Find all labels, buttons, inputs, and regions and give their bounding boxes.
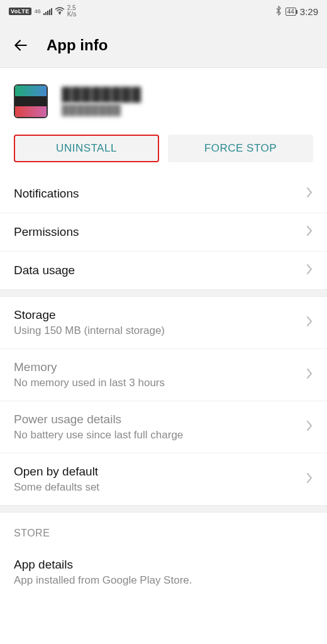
chevron-right-icon bbox=[306, 186, 313, 201]
row-permissions[interactable]: Permissions bbox=[0, 213, 327, 252]
chevron-right-icon bbox=[306, 419, 313, 435]
uninstall-button[interactable]: UNINSTALL bbox=[14, 135, 159, 162]
speed-label: 2.5K/s bbox=[67, 5, 76, 18]
app-bar: App info bbox=[0, 23, 327, 68]
datausage-label: Data usage bbox=[14, 264, 306, 277]
back-button[interactable] bbox=[11, 36, 30, 55]
storage-title: Storage bbox=[14, 308, 306, 322]
clock-label: 3:29 bbox=[300, 6, 318, 17]
row-power[interactable]: Power usage details No battery use since… bbox=[0, 401, 327, 453]
page-title: App info bbox=[47, 36, 108, 54]
chevron-right-icon bbox=[306, 263, 313, 278]
chevron-right-icon bbox=[306, 315, 313, 330]
bluetooth-icon bbox=[275, 6, 282, 18]
row-openbydefault[interactable]: Open by default Some defaults set bbox=[0, 453, 327, 505]
storage-sub: Using 150 MB (internal storage) bbox=[14, 325, 306, 337]
row-appdetails[interactable]: App details App installed from Google Pl… bbox=[0, 547, 327, 598]
section-divider bbox=[0, 289, 327, 297]
memory-sub: No memory used in last 3 hours bbox=[14, 377, 306, 389]
chevron-right-icon bbox=[306, 225, 313, 240]
memory-title: Memory bbox=[14, 360, 306, 374]
chevron-right-icon bbox=[306, 367, 313, 382]
app-icon bbox=[14, 84, 48, 118]
row-notifications[interactable]: Notifications bbox=[0, 175, 327, 213]
chevron-right-icon bbox=[306, 472, 313, 487]
status-bar: VoLTE 46 2.5K/s 44 3:29 bbox=[0, 0, 327, 23]
app-header: ████████ ████████ bbox=[0, 68, 327, 135]
appdetails-title: App details bbox=[14, 558, 313, 572]
svg-point-0 bbox=[59, 13, 60, 14]
volte-badge: VoLTE bbox=[9, 8, 31, 15]
appdetails-sub: App installed from Google Play Store. bbox=[14, 574, 313, 587]
forcestop-button[interactable]: FORCE STOP bbox=[168, 135, 313, 162]
section-divider bbox=[0, 505, 327, 513]
row-storage[interactable]: Storage Using 150 MB (internal storage) bbox=[0, 297, 327, 349]
permissions-label: Permissions bbox=[14, 225, 306, 239]
network-label: 46 bbox=[35, 8, 41, 14]
row-memory[interactable]: Memory No memory used in last 3 hours bbox=[0, 349, 327, 401]
app-name: ████████ bbox=[62, 87, 141, 102]
openby-sub: Some defaults set bbox=[14, 481, 306, 494]
power-title: Power usage details bbox=[14, 413, 306, 426]
app-version: ████████ bbox=[62, 104, 141, 116]
power-sub: No battery use since last full charge bbox=[14, 429, 306, 441]
notifications-label: Notifications bbox=[14, 187, 306, 201]
store-header: STORE bbox=[0, 513, 327, 547]
wifi-icon bbox=[55, 7, 65, 16]
row-datausage[interactable]: Data usage bbox=[0, 252, 327, 289]
signal-icon bbox=[43, 8, 52, 15]
openby-title: Open by default bbox=[14, 465, 306, 479]
battery-icon: 44 bbox=[285, 8, 296, 16]
